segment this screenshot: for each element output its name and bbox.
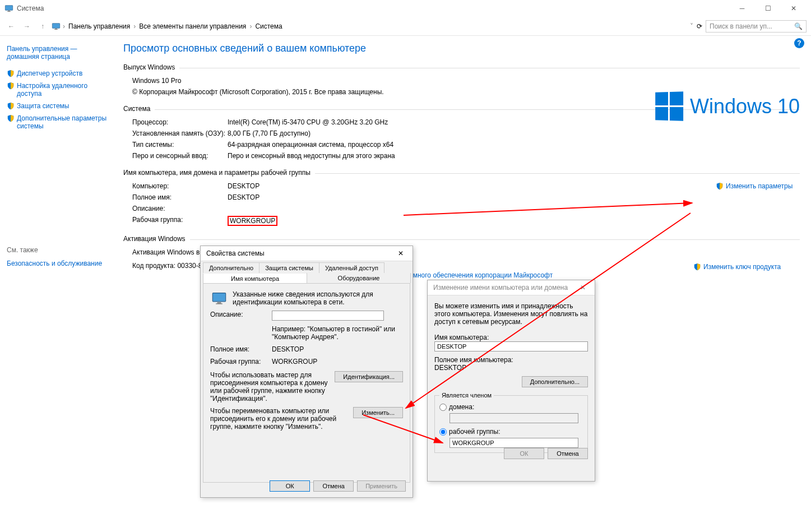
breadcrumb[interactable]: › Панель управления › Все элементы панел… [52,22,690,31]
search-input[interactable]: Поиск в панели уп... 🔍 [706,20,807,33]
shield-icon [7,102,15,110]
tab-advanced[interactable]: Дополнительно [203,262,259,273]
ok-button[interactable]: ОК [270,480,310,492]
shield-icon [693,263,701,271]
cancel-button[interactable]: Отмена [313,480,354,492]
navbar: ← → ↑ › Панель управления › Все элементы… [0,17,811,36]
more-button[interactable]: Дополнительно... [522,376,588,387]
cancel-button[interactable]: Отмена [548,448,588,459]
ram-value: 8,00 ГБ (7,70 ГБ доступно) [228,129,311,137]
apply-button[interactable]: Применить [357,480,406,492]
edition-value: Windows 10 Pro [132,77,800,85]
minimize-button[interactable]: ─ [729,0,755,17]
computer-name-input[interactable] [434,341,588,351]
breadcrumb-item[interactable]: Панель управления [67,22,131,30]
change-product-key-link[interactable]: Изменить ключ продукта [693,263,800,271]
domain-radio[interactable] [439,404,447,411]
systype-value: 64-разрядная операционная система, проце… [228,141,393,149]
window-title: Система [17,4,44,12]
see-also-link[interactable]: Безопасность и обслуживание [7,257,102,270]
sidebar-item-device-manager[interactable]: Диспетчер устройств [7,67,110,80]
monitor-icon [52,22,61,31]
help-icon[interactable]: ? [794,38,804,48]
activation-terms-link[interactable]: имного обеспечения корпорации Майкрософт [409,271,553,279]
refresh-button[interactable]: ⟳ [697,22,702,30]
nav-up-button[interactable]: ↑ [36,20,49,33]
workgroup-radio[interactable] [439,428,447,436]
change-button[interactable]: Изменить... [353,407,403,418]
ok-button[interactable]: ОК [504,448,544,459]
pen-value: Перо и сенсорный ввод недоступны для это… [228,152,395,160]
dialog-titlebar[interactable]: Свойства системы ✕ [201,246,413,261]
shield-icon [7,82,15,90]
sidebar-item-advanced[interactable]: Дополнительные параметры системы [7,112,110,132]
close-button[interactable]: ✕ [781,0,807,17]
breadcrumb-item[interactable]: Все элементы панели управления [138,22,247,30]
domain-input[interactable] [449,413,578,423]
close-icon[interactable]: ✕ [395,249,407,257]
tab-remote[interactable]: Удаленный доступ [319,262,384,273]
see-also-heading: См. также [7,246,102,254]
change-name-dialog: Изменение имени компьютера или домена ✕ … [427,280,595,482]
shield-icon [7,114,15,122]
page-title: Просмотр основных сведений о вашем компь… [123,43,800,54]
breadcrumb-dropdown[interactable]: ˅ [690,22,693,30]
nav-forward-button[interactable]: → [20,20,34,33]
search-icon: 🔍 [794,22,803,30]
member-of-group: Является членом домена: рабочей группы: [434,392,588,453]
titlebar: Система ─ ☐ ✕ [0,0,811,17]
shield-icon [716,182,724,190]
close-icon[interactable]: ✕ [577,284,589,292]
dialog-titlebar[interactable]: Изменение имени компьютера или домена ✕ [428,280,595,295]
sidebar-item-remote[interactable]: Настройка удаленного доступа [7,80,110,100]
full-name: DESKTOP [228,193,259,201]
workgroup-highlight: WORKGROUP [228,216,277,226]
breadcrumb-item[interactable]: Система [254,22,283,30]
cpu-value: Intel(R) Core(TM) i5-3470 CPU @ 3.20GHz … [228,118,388,126]
tab-computer-name[interactable]: Имя компьютера [203,274,307,284]
monitor-icon [210,290,228,306]
nav-back-button[interactable]: ← [4,20,18,33]
section-edition: Выпуск Windows [123,63,800,72]
system-properties-dialog: Свойства системы ✕ Дополнительно Защита … [200,246,413,498]
description-input[interactable] [272,311,384,321]
computer-name: DESKTOP [228,182,259,190]
section-activation: Активация Windows [123,235,800,244]
tab-protection[interactable]: Защита системы [259,262,319,273]
sidebar: Панель управления — домашняя страница Ди… [0,36,112,285]
change-settings-link[interactable]: Изменить параметры [716,182,800,190]
maximize-button[interactable]: ☐ [755,0,781,17]
section-system: Система [123,105,800,114]
sidebar-home-link[interactable]: Панель управления — домашняя страница [7,43,110,63]
workgroup-input[interactable] [449,438,578,448]
system-icon [4,4,13,13]
section-computer-name: Имя компьютера, имя домена и параметры р… [123,169,800,178]
tab-hardware[interactable]: Оборудование [307,273,411,283]
sidebar-item-protection[interactable]: Защита системы [7,100,110,112]
network-id-button[interactable]: Идентификация... [335,371,403,382]
shield-icon [7,70,15,77]
